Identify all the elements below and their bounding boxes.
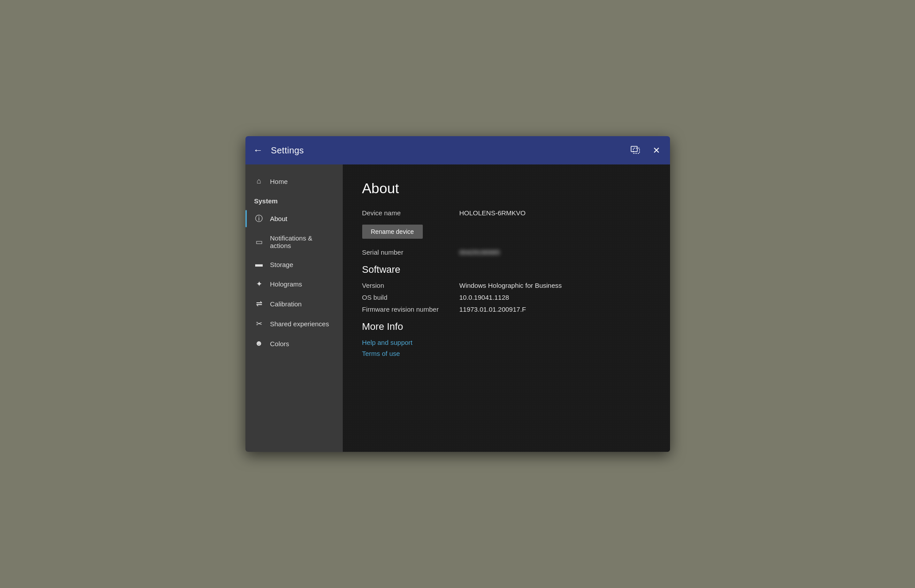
back-button[interactable]: ← [253,145,263,155]
svg-rect-1 [633,148,639,153]
rename-device-button[interactable]: Rename device [362,225,423,239]
sidebar-notifications-label: Notifications & actions [270,234,334,249]
more-info-title: More Info [362,321,651,332]
terms-of-use-link[interactable]: Terms of use [362,350,651,357]
shared-icon: ✂ [254,319,264,328]
storage-icon: ▬ [254,260,264,269]
serial-number-value: 00429190065 [459,248,500,256]
svg-rect-0 [631,146,637,152]
about-icon: ⓘ [254,214,264,224]
version-value: Windows Holographic for Business [459,282,562,289]
sidebar-item-colors[interactable]: ☻ Colors [245,334,343,353]
sidebar: ⌂ Home System ⓘ About ▭ Notifications & … [245,164,343,452]
calibration-icon: ⇌ [254,299,264,309]
sidebar-item-about[interactable]: ⓘ About [245,208,343,229]
version-row: Version Windows Holographic for Business [362,282,651,289]
firmware-label: Firmware revision number [362,305,459,313]
title-bar: ← Settings ✕ [245,136,670,164]
device-name-row: Device name HOLOLENS-6RMKVO [362,209,651,217]
software-section-title: Software [362,264,651,275]
holograms-icon: ✦ [254,279,264,289]
sidebar-colors-label: Colors [270,340,289,347]
sidebar-item-calibration[interactable]: ⇌ Calibration [245,294,343,314]
main-content: About Device name HOLOLENS-6RMKVO Rename… [343,164,670,452]
serial-number-label: Serial number [362,248,459,256]
window-body: ⌂ Home System ⓘ About ▭ Notifications & … [245,164,670,452]
sidebar-about-label: About [270,215,287,222]
firmware-value: 11973.01.01.200917.F [459,305,526,313]
notifications-icon: ▭ [254,237,264,247]
serial-number-row: Serial number 00429190065 [362,248,651,256]
sidebar-item-home[interactable]: ⌂ Home [245,172,343,191]
settings-window: ← Settings ✕ ⌂ Home System ⓘ [245,136,670,452]
sidebar-item-storage[interactable]: ▬ Storage [245,255,343,274]
firmware-row: Firmware revision number 11973.01.01.200… [362,305,651,313]
sidebar-shared-label: Shared experiences [270,320,329,328]
sidebar-storage-label: Storage [270,261,294,268]
home-icon: ⌂ [254,177,264,186]
page-title: About [362,180,651,197]
sidebar-calibration-label: Calibration [270,300,302,308]
resize-button[interactable] [629,144,642,157]
sidebar-section-system: System [245,191,343,208]
help-and-support-link[interactable]: Help and support [362,339,651,346]
os-build-value: 10.0.19041.1128 [459,294,509,301]
version-label: Version [362,282,459,289]
window-title: Settings [271,145,304,156]
colors-icon: ☻ [254,339,264,348]
os-build-label: OS build [362,294,459,301]
window-controls: ✕ [629,144,662,157]
sidebar-holograms-label: Holograms [270,280,302,288]
sidebar-item-notifications[interactable]: ▭ Notifications & actions [245,229,343,255]
sidebar-item-shared[interactable]: ✂ Shared experiences [245,314,343,334]
sidebar-home-label: Home [270,178,288,185]
close-button[interactable]: ✕ [651,144,662,157]
device-name-label: Device name [362,209,459,217]
sidebar-item-holograms[interactable]: ✦ Holograms [245,274,343,294]
device-name-value: HOLOLENS-6RMKVO [459,209,526,217]
os-build-row: OS build 10.0.19041.1128 [362,294,651,301]
